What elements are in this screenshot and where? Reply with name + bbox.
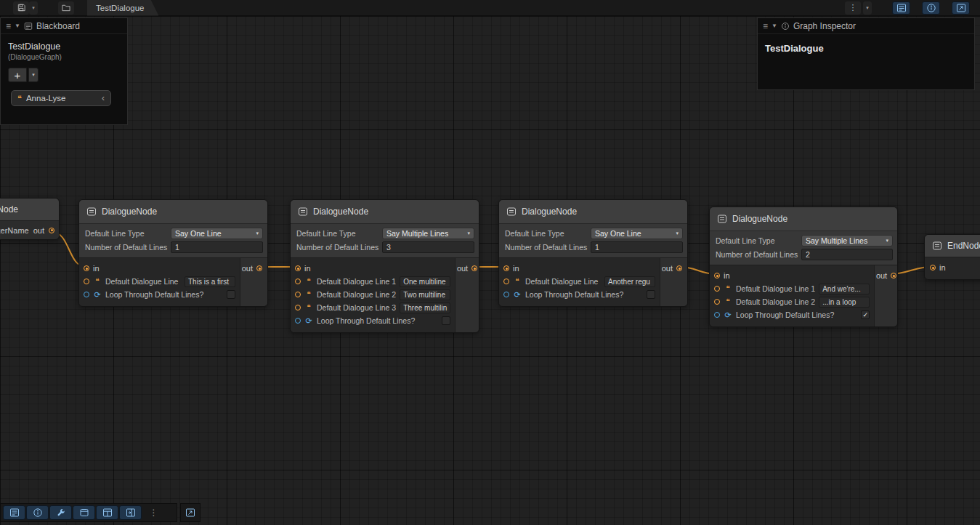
toggle-blackboard-button[interactable] <box>892 1 910 15</box>
out-port[interactable] <box>256 265 262 271</box>
dialogue-line-input[interactable]: And we're... <box>819 284 870 294</box>
in-port[interactable] <box>714 273 720 278</box>
caret-down-icon: ▾ <box>886 238 888 244</box>
toggle-inspector-button[interactable] <box>922 1 940 15</box>
in-port[interactable] <box>84 265 89 271</box>
dialogue-node-1[interactable]: DialogueNode Default Line Type Say One L… <box>78 199 268 307</box>
quote-icon: ❝ <box>724 285 732 292</box>
dialogue-node-2[interactable]: DialogueNode Default Line Type Say Multi… <box>290 199 479 333</box>
collapse-chevron-icon[interactable]: ‹ <box>102 93 105 103</box>
save-button[interactable] <box>13 1 29 15</box>
add-property-button[interactable]: + <box>8 68 27 82</box>
node-title-bar[interactable]: EndNode <box>925 235 980 257</box>
quote-icon: ❝ <box>304 304 313 311</box>
dialogue-line-input[interactable]: One multiline <box>400 276 450 287</box>
dialogue-line-port[interactable] <box>295 305 301 310</box>
in-port[interactable] <box>930 265 936 270</box>
dialogue-line-port[interactable] <box>295 292 301 297</box>
dialogue-line-input[interactable]: Three multilin <box>400 302 450 313</box>
num-lines-input[interactable]: 1 <box>591 241 683 253</box>
dialogue-line-input[interactable]: Two multiline <box>400 289 450 300</box>
loop-checkbox[interactable] <box>442 316 450 325</box>
dialogue-line-port[interactable] <box>295 278 301 284</box>
node-title: DialogueNode <box>102 207 157 217</box>
node-title-bar[interactable]: DialogueNode <box>291 200 479 223</box>
loop-checkbox[interactable] <box>647 290 655 299</box>
line-type-dropdown[interactable]: Say One Line ▾ <box>591 228 683 239</box>
out-port[interactable] <box>891 273 896 278</box>
graph-inspector-header[interactable]: ≡ ▼ Graph Inspector <box>758 18 974 34</box>
dialogue-line-input[interactable]: Another regu <box>604 276 655 287</box>
node-title-bar[interactable]: DialogueNode <box>79 200 267 223</box>
dialogue-node-3[interactable]: DialogueNode Default Line Type Say One L… <box>498 199 688 307</box>
dialogue-line-port[interactable] <box>503 278 509 284</box>
tools-button[interactable] <box>49 505 72 520</box>
hamburger-icon[interactable]: ≡ <box>6 21 11 31</box>
out-port[interactable] <box>471 265 477 271</box>
checkbox-check: ✓ <box>862 311 868 318</box>
dialogue-line-port[interactable] <box>714 286 720 292</box>
dialogue-line-value: One multiline <box>403 278 445 286</box>
out-port[interactable] <box>676 265 682 271</box>
num-lines-input[interactable]: 1 <box>171 241 263 253</box>
loop-port[interactable] <box>84 292 89 297</box>
open-asset-button[interactable] <box>58 1 74 15</box>
blackboard-toggle-button[interactable] <box>3 505 25 520</box>
dialogue-line-input[interactable]: This is a first <box>185 276 235 287</box>
line-type-dropdown[interactable]: Say One Line ▾ <box>171 228 263 239</box>
quote-icon: ❝ <box>304 278 313 285</box>
quote-icon: ❝ <box>724 298 732 305</box>
add-property-caret-button[interactable]: ▾ <box>28 68 39 82</box>
graph-tab[interactable]: TestDialogue <box>87 0 158 16</box>
dialogue-line-port[interactable] <box>714 299 720 305</box>
blackboard-property-anna-lyse[interactable]: ❝ Anna-Lyse ‹ <box>11 90 111 106</box>
inspector-toggle-button[interactable] <box>26 505 49 520</box>
field-value: 1 <box>595 243 599 252</box>
kebab-icon: ⋮ <box>849 3 857 12</box>
panel-arrow-icon <box>956 3 966 13</box>
node-title-bar[interactable]: DialogueNode <box>710 207 897 231</box>
bottom-overflow-button[interactable]: ⋮ <box>142 505 165 520</box>
loop-port[interactable] <box>295 318 301 324</box>
in-port[interactable] <box>295 265 301 271</box>
line-type-dropdown[interactable]: Say Multiple Lines ▾ <box>382 228 474 239</box>
board-view-button[interactable] <box>96 505 118 520</box>
loop-label: Loop Through Default Lines? <box>736 310 857 319</box>
loop-checkbox[interactable]: ✓ <box>861 310 870 319</box>
blackboard-header[interactable]: ≡ ▼ Blackboard <box>1 18 127 34</box>
dialogue-node-4[interactable]: DialogueNode Default Line Type Say Multi… <box>709 207 898 327</box>
window-button[interactable] <box>73 505 95 520</box>
overflow-caret-button[interactable]: ▾ <box>863 1 872 15</box>
expand-panel-button[interactable] <box>180 503 201 522</box>
prop-label: Default Line Type <box>295 229 382 238</box>
dialogue-line-value: Three multilin <box>403 304 447 312</box>
loop-icon: ⟳ <box>513 291 522 299</box>
loop-checkbox[interactable] <box>227 290 235 299</box>
in-port[interactable] <box>503 265 509 271</box>
loop-icon: ⟳ <box>724 311 732 319</box>
num-lines-input[interactable]: 3 <box>382 241 474 253</box>
node-title-bar[interactable]: Node <box>0 199 59 220</box>
foldout-arrow-icon[interactable]: ▼ <box>772 23 777 29</box>
loop-port[interactable] <box>503 292 509 297</box>
hamburger-icon[interactable]: ≡ <box>763 21 768 31</box>
dialogue-line-input[interactable]: ...in a loop <box>819 297 870 308</box>
dialogue-line-value: Two multiline <box>403 291 445 299</box>
caret-down-icon: ▾ <box>467 231 470 236</box>
save-dropdown-button[interactable]: ▾ <box>29 1 38 15</box>
num-lines-input[interactable]: 2 <box>801 249 893 260</box>
panel-toggle-button[interactable] <box>119 505 142 520</box>
caret-down-icon: ▾ <box>256 231 259 236</box>
wrench-icon <box>56 508 66 518</box>
overflow-menu-button[interactable]: ⋮ <box>845 1 861 15</box>
foldout-arrow-icon[interactable]: ▼ <box>15 23 20 29</box>
dialogue-line-value: ...in a loop <box>822 298 856 306</box>
node-partial-left[interactable]: Node kerName out <box>0 198 60 240</box>
node-title-bar[interactable]: DialogueNode <box>499 200 687 223</box>
toggle-minimap-button[interactable] <box>952 1 970 15</box>
loop-port[interactable] <box>714 312 720 318</box>
line-type-dropdown[interactable]: Say Multiple Lines ▾ <box>801 235 893 247</box>
out-port[interactable] <box>49 228 54 233</box>
dialogue-line-port[interactable] <box>84 278 89 284</box>
end-node[interactable]: EndNode in <box>924 234 980 280</box>
